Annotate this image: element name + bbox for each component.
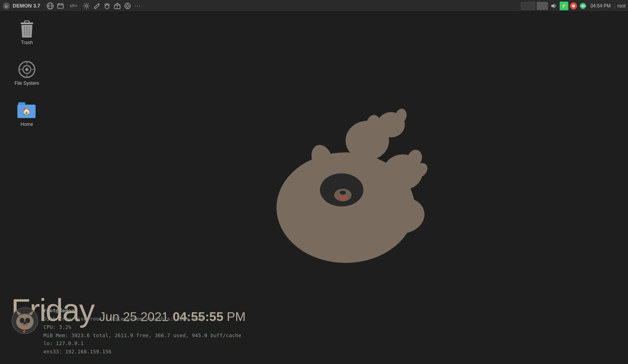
filesystem-desktop-icon[interactable]: File System (11, 58, 43, 88)
taskbar-app-name: DEMON 3.7 (13, 3, 40, 9)
sys-mem: MiB Mem: 3923.6 total, 2611.9 free, 366.… (43, 332, 241, 340)
network-icon[interactable] (579, 2, 587, 10)
sys-avatar-icon (11, 307, 39, 334)
home-desktop-icon[interactable]: 🏠 Home (11, 99, 43, 129)
svg-rect-5 (58, 4, 63, 8)
settings-taskbar-icon[interactable] (82, 2, 91, 10)
svg-rect-19 (24, 21, 29, 23)
svg-point-45 (342, 177, 357, 189)
package-taskbar-icon[interactable] (113, 2, 122, 10)
svg-point-55 (23, 322, 26, 324)
globe-taskbar-icon[interactable] (46, 2, 55, 10)
taskbar-logo: D (2, 2, 10, 10)
sys-info: root@demon Disk /run/live/rootfs/filesys… (11, 307, 241, 356)
taskbar: D DEMON 3.7 sh> (0, 0, 628, 12)
svg-point-13 (126, 5, 129, 7)
home-icon: 🏠 (17, 101, 36, 120)
taskbar-user: root (615, 3, 626, 9)
sys-ens: ens33: 192.168.159.156 (43, 348, 241, 356)
sys-cpu: CPU: 3.2% (43, 323, 241, 332)
files-taskbar-icon[interactable] (56, 2, 65, 10)
svg-text:D: D (5, 5, 8, 8)
trash-icon (17, 19, 36, 38)
more-taskbar-icon[interactable]: ··· (133, 2, 142, 10)
trash-desktop-icon[interactable]: Trash (11, 18, 43, 47)
svg-point-44 (329, 178, 343, 190)
tray-btn-2[interactable] (537, 2, 548, 10)
sys-info-text: root@demon Disk /run/live/rootfs/filesys… (43, 307, 241, 356)
taskbar-right: ⚡ 04:54 PM root (521, 2, 626, 10)
trash-label: Trash (21, 40, 33, 45)
svg-point-56 (23, 331, 25, 332)
wallpaper-logo (257, 93, 434, 271)
volume-icon[interactable] (549, 2, 558, 10)
edit-taskbar-icon[interactable] (92, 2, 101, 10)
demon-logo-icon: D (2, 2, 10, 10)
magic-taskbar-icon[interactable] (123, 2, 132, 10)
tray-btn-1[interactable] (521, 2, 535, 10)
paw-taskbar-icon[interactable] (103, 2, 111, 10)
sys-user: root@demon (43, 307, 241, 315)
terminal-taskbar-icon[interactable]: sh> (66, 2, 81, 10)
svg-point-17 (582, 5, 584, 7)
sys-lo: lo: 127.0.0.1 (43, 340, 241, 348)
svg-point-25 (25, 68, 28, 71)
svg-rect-14 (572, 5, 575, 7)
filesystem-icon (17, 60, 36, 79)
sys-disk: Disk /run/live/rootfs/filesystem.squashf… (43, 315, 241, 323)
home-label: Home (21, 122, 33, 127)
battery-icon[interactable]: ⚡ (560, 2, 568, 10)
svg-point-47 (340, 191, 346, 195)
record-icon[interactable] (570, 2, 577, 9)
filesystem-label: File System (15, 81, 39, 86)
taskbar-clock: 04:54 PM (590, 3, 611, 9)
svg-point-6 (85, 5, 88, 7)
